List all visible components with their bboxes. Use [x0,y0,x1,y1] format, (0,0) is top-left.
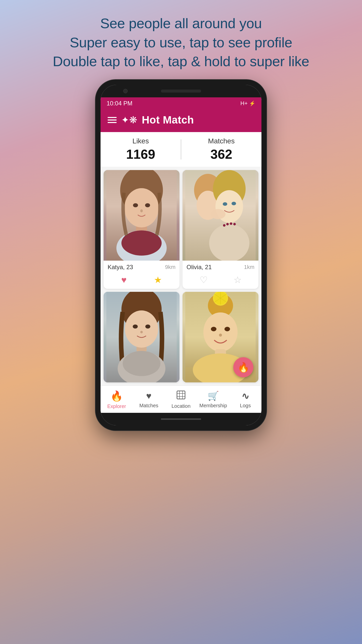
matches-icon: ♥ [146,391,151,401]
svg-point-20 [230,222,232,225]
svg-point-19 [226,223,229,225]
nav-membership[interactable]: 🛒 Membership [197,386,229,413]
svg-point-26 [133,325,138,329]
olivia-heart-icon[interactable]: ♡ [200,275,208,285]
svg-point-16 [210,209,225,219]
logs-label: Logs [240,403,251,409]
nav-explorer[interactable]: 🔥 Explorer [101,386,133,413]
profiles-grid: Katya, 23 9km ♥ ★ [101,167,261,385]
svg-point-27 [145,325,150,329]
nav-matches[interactable]: ♥ Matches [133,386,165,413]
speaker [161,90,201,93]
katya-photo-svg [104,170,179,261]
tagline-block: See people all around you Super easy to … [33,0,329,80]
fab-icon: 🔥 [238,362,249,373]
explorer-label: Explorer [107,404,126,409]
svg-point-38 [203,312,238,352]
matches-value: 362 [181,147,261,162]
phone-screen: 10:04 PM H+ ⚡ ✦❋ Hot Match Likes [101,85,261,425]
olivia-info: Olivia, 21 1km [183,261,258,273]
svg-point-14 [223,202,227,206]
tagline-line2: Super easy to use, tap to see profile [53,33,309,52]
menu-button[interactable] [108,117,117,123]
home-indicator [161,418,201,420]
signal-type: H+ [240,100,248,107]
olivia-photo-svg [183,170,258,261]
likes-label: Likes [101,137,181,145]
katya-actions: ♥ ★ [104,273,179,289]
camera [123,89,128,93]
app-logo-icon: ✦❋ [121,114,137,126]
katya-distance: 9km [165,264,175,270]
svg-point-42 [219,334,222,337]
svg-rect-45 [177,391,185,399]
matches-label: Matches [181,137,261,145]
matches-label: Matches [139,403,158,409]
svg-point-28 [140,331,143,333]
svg-point-41 [224,327,230,331]
status-right: H+ ⚡ [240,100,255,107]
svg-point-6 [140,209,143,212]
profile-card-girl4[interactable]: 🔥 [183,292,258,382]
katya-info: Katya, 23 9km [104,261,179,273]
olivia-distance: 1km [244,264,254,270]
svg-point-40 [211,327,216,331]
membership-label: Membership [199,403,227,409]
membership-icon: 🛒 [208,391,219,401]
tagline-line1: See people all around you [53,14,309,33]
phone-outer: 10:04 PM H+ ⚡ ✦❋ Hot Match Likes [96,80,266,430]
likes-value: 1169 [101,147,181,162]
app-title: Hot Match [142,114,194,126]
location-label: Location [171,403,191,409]
katya-heart-icon[interactable]: ♥ [121,275,126,285]
olivia-actions: ♡ ☆ [183,273,258,289]
likes-stat: Likes 1169 [101,137,181,162]
matches-stat: Matches 362 [181,137,261,162]
svg-point-4 [133,203,138,207]
girl3-photo-svg [104,292,179,382]
phone-device: 10:04 PM H+ ⚡ ✦❋ Hot Match Likes [96,80,266,430]
explorer-icon: 🔥 [110,390,123,402]
svg-point-18 [223,224,225,227]
location-icon [176,390,186,402]
profile-card-girl3[interactable] [104,292,179,382]
katya-star-icon[interactable]: ★ [154,275,162,285]
profile-card-katya[interactable]: Katya, 23 9km ♥ ★ [104,170,179,289]
nav-logs[interactable]: ∿ Logs [229,386,261,413]
nav-location[interactable]: Location [165,386,197,413]
fab-button[interactable]: 🔥 [233,357,253,377]
svg-point-15 [232,202,236,205]
svg-point-17 [209,224,249,261]
svg-point-5 [145,203,150,207]
photo-katya [104,170,179,261]
battery-bolt: ⚡ [249,100,255,106]
phone-top-hardware [101,85,261,97]
photo-girl3 [104,292,179,382]
status-bar: 10:04 PM H+ ⚡ [101,97,261,109]
profile-card-olivia[interactable]: Olivia, 21 1km ♡ ☆ [183,170,258,289]
katya-name: Katya, 23 [108,264,133,271]
app-header: ✦❋ Hot Match [101,109,261,132]
svg-point-25 [125,310,158,348]
olivia-name: Olivia, 21 [187,264,212,271]
stats-bar: Likes 1169 Matches 362 [101,132,261,167]
svg-point-21 [233,223,236,225]
tagline-line3: Double tap to like, tap & hold to super … [53,52,309,71]
svg-point-3 [124,188,159,227]
phone-bottom-hardware [101,413,261,425]
logs-icon: ∿ [242,391,249,401]
photo-olivia [183,170,258,261]
bottom-nav: 🔥 Explorer ♥ Matches [101,385,261,413]
svg-point-30 [123,351,160,376]
olivia-star-icon[interactable]: ☆ [234,275,242,285]
status-time: 10:04 PM [107,100,132,107]
